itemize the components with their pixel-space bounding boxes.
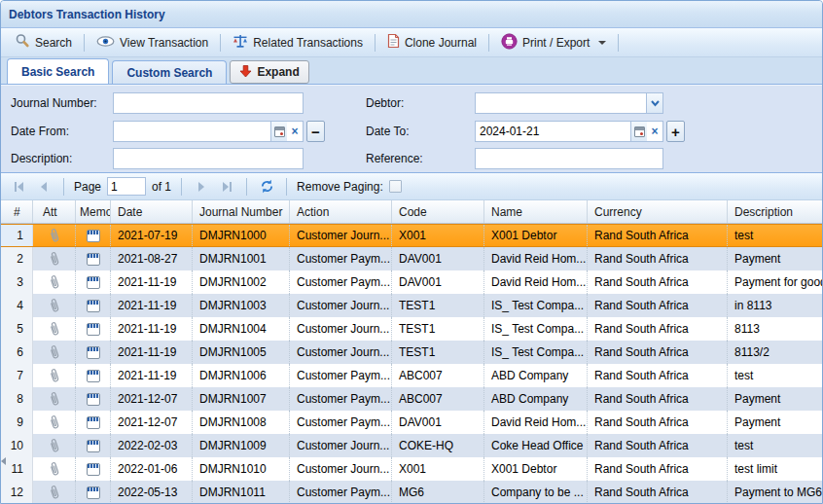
last-page-button[interactable] xyxy=(217,177,236,197)
paperclip-icon[interactable] xyxy=(49,344,60,360)
attachment-cell[interactable] xyxy=(33,457,76,481)
memo-icon[interactable] xyxy=(87,393,100,406)
print-export-button[interactable]: Print / Export xyxy=(493,29,614,56)
attachment-cell[interactable] xyxy=(33,270,76,294)
attachment-cell[interactable] xyxy=(33,294,76,317)
column-header-description[interactable]: Description xyxy=(728,200,822,223)
paperclip-icon[interactable] xyxy=(49,321,60,337)
table-row[interactable]: 10 2022-02-03 DMJRN1009 Customer Journ..… xyxy=(1,434,822,457)
date-from-clear-icon[interactable]: × xyxy=(287,122,303,141)
column-header-att[interactable]: Att xyxy=(33,200,76,223)
paperclip-icon[interactable] xyxy=(49,368,60,383)
attachment-cell[interactable] xyxy=(33,341,76,364)
paperclip-icon[interactable] xyxy=(49,461,60,477)
description-input[interactable] xyxy=(113,148,304,169)
attachment-cell[interactable] xyxy=(33,317,76,341)
table-row[interactable]: 9 2021-12-07 DMJRN1008 Customer Paym... … xyxy=(1,411,822,434)
reference-input[interactable] xyxy=(475,148,663,169)
table-row[interactable]: 2 2021-08-27 DMJRN1001 Customer Paym... … xyxy=(1,247,822,270)
paperclip-icon[interactable] xyxy=(49,485,60,500)
memo-cell[interactable] xyxy=(76,364,111,387)
paperclip-icon[interactable] xyxy=(49,414,60,430)
remove-paging-checkbox[interactable] xyxy=(389,180,402,193)
column-header-date[interactable]: Date xyxy=(111,200,193,223)
date-to-plus-button[interactable]: + xyxy=(666,121,685,142)
table-row[interactable]: 5 2021-11-19 DMJRN1004 Customer Journ...… xyxy=(1,317,822,341)
column-header-action[interactable]: Action xyxy=(290,200,392,223)
first-page-button[interactable] xyxy=(9,177,28,197)
memo-cell[interactable] xyxy=(76,225,111,246)
memo-icon[interactable] xyxy=(87,346,100,359)
column-header-currency[interactable]: Currency xyxy=(588,200,728,223)
table-row[interactable]: 8 2021-12-07 DMJRN1007 Customer Paym... … xyxy=(1,387,822,411)
expand-button[interactable]: Expand xyxy=(230,60,308,84)
debtor-combo-input[interactable] xyxy=(476,93,646,113)
paperclip-icon[interactable] xyxy=(49,438,60,453)
memo-icon[interactable] xyxy=(87,300,100,312)
date-from-calendar-trigger[interactable] xyxy=(270,122,287,141)
memo-cell[interactable] xyxy=(76,341,111,364)
prev-page-button[interactable] xyxy=(34,177,54,197)
clone-journal-button[interactable]: Clone Journal xyxy=(379,29,484,55)
attachment-cell[interactable] xyxy=(33,247,76,270)
memo-cell[interactable] xyxy=(76,387,111,411)
attachment-cell[interactable] xyxy=(33,387,76,411)
search-button[interactable]: Search xyxy=(7,29,80,55)
paperclip-icon[interactable] xyxy=(49,391,60,407)
memo-cell[interactable] xyxy=(76,294,111,317)
memo-icon[interactable] xyxy=(87,463,100,476)
memo-icon[interactable] xyxy=(87,370,100,382)
attachment-cell[interactable] xyxy=(33,434,76,457)
paperclip-icon[interactable] xyxy=(49,274,60,290)
date-to-calendar-trigger[interactable] xyxy=(630,122,647,141)
column-header-memo[interactable]: Memo xyxy=(76,200,111,223)
attachment-cell[interactable] xyxy=(33,225,76,246)
journal-number-input[interactable] xyxy=(113,92,304,114)
memo-icon[interactable] xyxy=(87,486,100,499)
date-from-input[interactable] xyxy=(114,122,270,141)
table-row[interactable]: 4 2021-11-19 DMJRN1003 Customer Journ...… xyxy=(1,294,822,317)
paperclip-icon[interactable] xyxy=(49,298,60,313)
table-row[interactable]: 6 2021-11-19 DMJRN1005 Customer Journ...… xyxy=(1,341,822,364)
page-number-input[interactable] xyxy=(107,177,146,196)
table-row[interactable]: 3 2021-11-19 DMJRN1002 Customer Paym... … xyxy=(1,270,822,294)
memo-icon[interactable] xyxy=(87,440,100,452)
table-row[interactable]: 1 2021-07-19 DMJRN1000 Customer Journ...… xyxy=(1,224,822,247)
next-page-button[interactable] xyxy=(192,177,211,197)
journal-number-cell: DMJRN1007 xyxy=(193,387,290,411)
table-row[interactable]: 7 2021-11-19 DMJRN1006 Customer Paym... … xyxy=(1,364,822,387)
paperclip-icon[interactable] xyxy=(49,251,60,267)
attachment-cell[interactable] xyxy=(33,481,76,503)
memo-icon[interactable] xyxy=(87,416,100,429)
attachment-cell[interactable] xyxy=(33,364,76,387)
column-header-number[interactable]: # xyxy=(1,200,33,223)
memo-icon[interactable] xyxy=(87,230,100,242)
debtor-dropdown-trigger[interactable] xyxy=(646,93,662,113)
column-header-name[interactable]: Name xyxy=(484,200,588,223)
date-to-input[interactable] xyxy=(476,122,630,141)
memo-cell[interactable] xyxy=(76,270,111,294)
memo-cell[interactable] xyxy=(76,247,111,270)
table-row[interactable]: 12 2022-05-13 DMJRN1011 Customer Paym...… xyxy=(1,481,822,503)
paperclip-icon[interactable] xyxy=(49,228,60,243)
memo-icon[interactable] xyxy=(87,323,100,336)
tab-custom-search[interactable]: Custom Search xyxy=(112,60,227,84)
memo-cell[interactable] xyxy=(76,434,111,457)
memo-cell[interactable] xyxy=(76,411,111,434)
attachment-cell[interactable] xyxy=(33,411,76,434)
memo-icon[interactable] xyxy=(87,253,100,266)
memo-cell[interactable] xyxy=(76,317,111,341)
memo-cell[interactable] xyxy=(76,457,111,481)
date-to-clear-icon[interactable]: × xyxy=(647,122,662,141)
column-header-code[interactable]: Code xyxy=(392,200,484,223)
view-transaction-button[interactable]: View Transaction xyxy=(89,31,216,54)
panel-collapse-handle[interactable] xyxy=(1,449,8,474)
refresh-button[interactable] xyxy=(257,177,276,197)
memo-icon[interactable] xyxy=(87,276,100,289)
memo-cell[interactable] xyxy=(76,481,111,503)
date-from-minus-button[interactable]: − xyxy=(306,121,325,142)
table-row[interactable]: 11 2022-01-06 DMJRN1010 Customer Journ..… xyxy=(1,457,822,481)
tab-basic-search[interactable]: Basic Search xyxy=(7,58,109,84)
related-transactions-button[interactable]: Related Transactions xyxy=(225,30,371,55)
column-header-journal-number[interactable]: Journal Number xyxy=(193,200,290,223)
